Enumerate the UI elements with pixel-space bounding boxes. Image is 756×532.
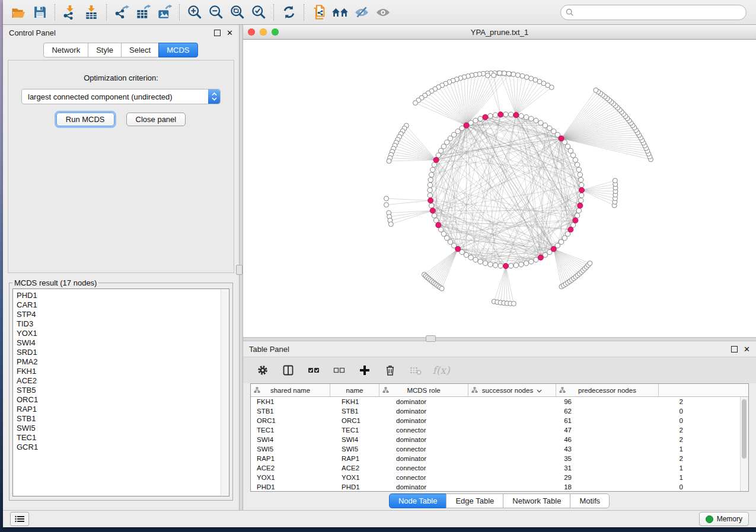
mcds-result-item[interactable]: ACE2 [17, 376, 229, 386]
optimization-criterion-value: largest connected component (undirected) [22, 92, 208, 101]
tab-motifs[interactable]: Motifs [570, 493, 610, 508]
show-all-icon[interactable] [372, 3, 394, 22]
export-image-icon[interactable] [154, 3, 175, 22]
control-panel: Control Panel ✕ NetworkStyleSelectMCDS O… [3, 25, 239, 510]
optimization-criterion-select[interactable]: largest connected component (undirected) [21, 89, 221, 104]
table-row[interactable]: YOX1YOX1connector291 [251, 473, 748, 482]
table-row[interactable]: PHD1PHD1dominator180 [251, 482, 748, 492]
cell-shared-name: TEC1 [251, 425, 336, 435]
float-panel-icon[interactable] [731, 346, 738, 352]
scrollbar-thumb[interactable] [742, 399, 747, 459]
save-session-icon[interactable] [29, 3, 50, 22]
maximize-window-button[interactable] [272, 28, 279, 36]
zoom-out-icon[interactable] [205, 3, 227, 22]
mcds-result-item[interactable]: PMA2 [17, 357, 229, 367]
tab-node-table[interactable]: Node Table [389, 493, 447, 508]
show-columns-icon[interactable] [280, 363, 296, 378]
column-label: name [346, 387, 363, 394]
cell-mcds-role: dominator [390, 454, 484, 463]
search-input[interactable] [577, 8, 741, 17]
tab-network-table[interactable]: Network Table [503, 493, 570, 508]
hide-selected-icon[interactable] [351, 3, 372, 22]
refresh-icon[interactable] [278, 3, 299, 22]
cell-shared-name: PHD1 [251, 482, 336, 492]
cell-predecessor-nodes: 0 [581, 406, 693, 416]
minimize-window-button[interactable] [260, 28, 267, 36]
mcds-result-item[interactable]: STB1 [17, 414, 229, 424]
table-row[interactable]: ORC1ORC1dominator610 [251, 416, 748, 425]
add-column-icon[interactable] [357, 363, 372, 378]
column-header-shared-name[interactable]: shared name [251, 384, 330, 397]
zoom-in-icon[interactable] [184, 3, 205, 22]
export-table-icon[interactable] [132, 3, 154, 22]
close-panel-icon[interactable]: ✕ [744, 345, 750, 353]
mcds-result-item[interactable]: TEC1 [17, 433, 229, 443]
mcds-result-item[interactable]: SWI4 [17, 338, 229, 348]
close-window-button[interactable] [248, 28, 255, 36]
mcds-result-item[interactable]: RAP1 [17, 405, 229, 414]
splitter-grip[interactable] [426, 335, 436, 342]
open-file-icon[interactable] [8, 3, 29, 22]
mcds-result-item[interactable]: TID3 [17, 319, 229, 329]
select-stepper-icon [208, 89, 220, 104]
tab-edge-table[interactable]: Edge Table [446, 493, 503, 508]
delete-table-icon [408, 363, 423, 378]
mcds-result-item[interactable]: CAR1 [17, 300, 229, 310]
cell-name: STB1 [336, 406, 390, 416]
horizontal-splitter[interactable] [243, 337, 756, 341]
table-row[interactable]: FKH1FKH1dominator962 [251, 397, 748, 406]
select-all-icon[interactable] [306, 363, 321, 378]
column-header-predecessor-nodes[interactable]: predecessor nodes [556, 384, 659, 397]
mcds-result-item[interactable]: FKH1 [17, 367, 229, 376]
cell-name: ORC1 [336, 416, 390, 425]
node-table: shared namenameMCDS rolesuccessor nodesp… [250, 383, 749, 492]
column-header-name[interactable]: name [330, 384, 379, 397]
import-table-icon[interactable] [81, 3, 102, 22]
task-history-button[interactable] [10, 512, 29, 526]
table-row[interactable]: RAP1RAP1dominator352 [251, 454, 748, 463]
vertical-splitter[interactable] [239, 25, 243, 510]
splitter-grip[interactable] [236, 265, 243, 275]
search-box[interactable] [560, 5, 747, 20]
float-panel-icon[interactable] [214, 30, 221, 36]
mcds-result-item[interactable]: ORC1 [17, 395, 229, 405]
run-mcds-button[interactable]: Run MCDS [56, 113, 114, 126]
mcds-result-item[interactable]: STB5 [17, 386, 229, 395]
table-row[interactable]: STB1STB1dominator620 [251, 406, 748, 416]
network-canvas[interactable] [243, 40, 756, 337]
table-scrollbar[interactable] [740, 397, 748, 491]
table-row[interactable]: ACE2ACE2connector311 [251, 463, 748, 473]
column-header-mcds-role[interactable]: MCDS role [379, 384, 468, 397]
mcds-list-scrollbar[interactable] [221, 290, 228, 495]
zoom-fit-icon[interactable] [227, 3, 248, 22]
export-network-icon[interactable] [111, 3, 132, 22]
close-panel-button[interactable]: Close panel [126, 113, 186, 126]
cell-shared-name: FKH1 [251, 397, 336, 406]
close-panel-icon[interactable]: ✕ [227, 29, 233, 37]
mcds-result-item[interactable]: GCR1 [17, 443, 229, 452]
table-row[interactable]: SWI5SWI5connector431 [251, 444, 748, 454]
memory-button[interactable]: Memory [699, 512, 749, 526]
mcds-result-item[interactable]: STP4 [17, 310, 229, 319]
mcds-result-item[interactable]: SRD1 [17, 348, 229, 357]
tab-style[interactable]: Style [88, 43, 122, 57]
table-row[interactable]: TEC1TEC1connector472 [251, 425, 748, 435]
network-graph[interactable] [243, 40, 756, 337]
deselect-all-icon[interactable] [331, 363, 347, 378]
mcds-result-item[interactable]: SWI5 [17, 424, 229, 433]
table-settings-gear-icon[interactable] [255, 363, 270, 378]
tab-network[interactable]: Network [43, 43, 88, 57]
delete-columns-icon[interactable] [382, 363, 398, 378]
table-row[interactable]: SWI4SWI4dominator462 [251, 435, 748, 444]
duplicate-network-icon[interactable] [308, 3, 330, 22]
column-type-icon [471, 387, 478, 395]
first-neighbors-icon[interactable] [330, 3, 351, 22]
mcds-result-item[interactable]: PHD1 [17, 291, 229, 300]
mcds-result-group: MCDS result (17 nodes) PHD1CAR1STP4TID3Y… [9, 278, 233, 501]
import-network-icon[interactable] [59, 3, 81, 22]
mcds-result-item[interactable]: YOX1 [17, 329, 229, 338]
tab-mcds[interactable]: MCDS [158, 43, 197, 57]
column-header-successor-nodes[interactable]: successor nodes [468, 384, 556, 397]
tab-select[interactable]: Select [121, 43, 159, 57]
zoom-selected-icon[interactable] [248, 3, 269, 22]
